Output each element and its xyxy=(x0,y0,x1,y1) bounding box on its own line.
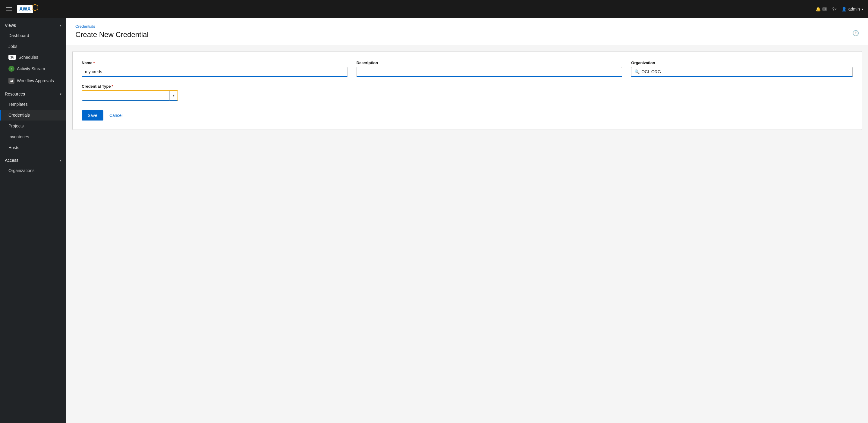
sidebar-views-section: Views ▾ Dashboard Jobs 16 Schedules ✓ Ac… xyxy=(0,18,66,87)
notifications-button[interactable]: 🔔 0 xyxy=(815,7,827,11)
sidebar: Views ▾ Dashboard Jobs 16 Schedules ✓ Ac… xyxy=(0,18,66,423)
credential-type-dropdown-button[interactable]: ▾ xyxy=(169,91,178,101)
dropdown-chevron-icon: ▾ xyxy=(173,93,175,98)
sidebar-item-inventories[interactable]: Inventories xyxy=(0,131,66,142)
sidebar-access-section: Access ▾ Organizations xyxy=(0,153,66,176)
sidebar-item-templates[interactable]: Templates xyxy=(0,99,66,110)
credential-type-required: * xyxy=(112,84,113,89)
help-button[interactable]: ? ▾ xyxy=(832,7,837,11)
logo-hexagon: ⬡ xyxy=(31,3,38,12)
topnav-right: 🔔 0 ? ▾ 👤 admin ▾ xyxy=(815,7,863,11)
org-search-icon: 🔍 xyxy=(634,69,640,74)
page-header: Credentials Create New Credential 🕐 xyxy=(66,18,868,45)
views-label: Views xyxy=(5,23,16,28)
cancel-button[interactable]: Cancel xyxy=(108,110,124,121)
name-required: * xyxy=(93,61,95,65)
form-actions: Save Cancel xyxy=(82,110,852,121)
sidebar-item-credentials[interactable]: Credentials xyxy=(0,110,66,121)
resources-chevron-icon: ▾ xyxy=(60,92,61,96)
credential-type-field-group: Credential Type* ▾ xyxy=(82,84,852,101)
views-chevron-icon: ▾ xyxy=(60,24,61,27)
organizations-label: Organizations xyxy=(8,168,34,173)
projects-label: Projects xyxy=(8,124,24,128)
user-chevron-icon: ▾ xyxy=(862,7,863,11)
description-input[interactable] xyxy=(356,67,622,77)
credential-form: Name* Description Organization 🔍 xyxy=(72,51,862,130)
organization-input-wrap: 🔍 xyxy=(631,67,852,77)
logo-text: AWX xyxy=(17,5,33,13)
sidebar-item-jobs[interactable]: Jobs xyxy=(0,41,66,52)
name-input[interactable] xyxy=(82,67,347,77)
history-icon[interactable]: 🕐 xyxy=(852,30,859,36)
question-icon: ? xyxy=(832,7,835,11)
description-field-group: Description xyxy=(356,61,622,77)
save-button[interactable]: Save xyxy=(82,110,103,121)
bell-icon: 🔔 xyxy=(815,7,821,11)
sidebar-item-hosts[interactable]: Hosts xyxy=(0,142,66,153)
dashboard-label: Dashboard xyxy=(8,33,29,38)
sidebar-resources-header[interactable]: Resources ▾ xyxy=(0,87,66,99)
hamburger-menu[interactable] xyxy=(5,6,13,12)
user-icon: 👤 xyxy=(841,7,846,11)
schedules-badge: 16 xyxy=(8,55,16,60)
hosts-label: Hosts xyxy=(8,145,19,150)
sidebar-item-projects[interactable]: Projects xyxy=(0,121,66,131)
sidebar-resources-section: Resources ▾ Templates Credentials Projec… xyxy=(0,87,66,153)
notification-count: 0 xyxy=(822,7,827,11)
schedules-label: Schedules xyxy=(19,55,38,60)
activity-stream-label: Activity Stream xyxy=(17,66,45,71)
name-label: Name* xyxy=(82,61,347,65)
description-label: Description xyxy=(356,61,622,65)
templates-label: Templates xyxy=(8,102,28,107)
credential-type-input-wrap: ▾ xyxy=(82,90,178,101)
user-label: admin xyxy=(848,7,860,11)
sidebar-item-workflow-approvals[interactable]: ⇄ Workflow Approvals xyxy=(0,75,66,87)
user-menu-button[interactable]: 👤 admin ▾ xyxy=(841,7,863,11)
credential-type-label: Credential Type* xyxy=(82,84,852,89)
sidebar-item-activity-stream[interactable]: ✓ Activity Stream xyxy=(0,63,66,75)
check-icon: ✓ xyxy=(8,66,14,72)
form-row-1: Name* Description Organization 🔍 xyxy=(82,61,852,77)
jobs-label: Jobs xyxy=(8,44,18,49)
sidebar-item-schedules[interactable]: 16 Schedules xyxy=(0,52,66,63)
sidebar-item-organizations[interactable]: Organizations xyxy=(0,165,66,176)
page-title: Create New Credential xyxy=(75,30,859,39)
access-chevron-icon: ▾ xyxy=(60,159,61,162)
sidebar-item-dashboard[interactable]: Dashboard xyxy=(0,30,66,41)
breadcrumb[interactable]: Credentials xyxy=(75,24,859,29)
organization-label: Organization xyxy=(631,61,852,65)
sidebar-access-header[interactable]: Access ▾ xyxy=(0,153,66,165)
main-content: Credentials Create New Credential 🕐 Name… xyxy=(66,18,868,423)
top-navigation: AWX ⬡ 🔔 0 ? ▾ 👤 admin ▾ xyxy=(0,0,868,18)
app-logo: AWX ⬡ xyxy=(17,5,33,13)
credential-type-row: Credential Type* ▾ xyxy=(82,84,852,101)
organization-input[interactable] xyxy=(641,67,849,76)
workflow-approvals-label: Workflow Approvals xyxy=(17,78,54,83)
access-label: Access xyxy=(5,158,19,163)
resources-label: Resources xyxy=(5,92,25,96)
name-field-group: Name* xyxy=(82,61,347,77)
credential-type-input[interactable] xyxy=(82,91,169,101)
organization-field-group: Organization 🔍 xyxy=(631,61,852,77)
help-chevron-icon: ▾ xyxy=(835,7,837,11)
swap-icon: ⇄ xyxy=(8,78,14,84)
inventories-label: Inventories xyxy=(8,134,29,139)
credentials-label: Credentials xyxy=(8,113,30,118)
sidebar-views-header[interactable]: Views ▾ xyxy=(0,18,66,30)
